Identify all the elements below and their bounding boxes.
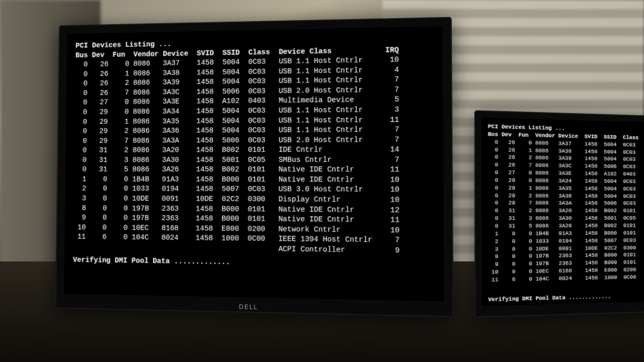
primary-monitor: PCI Devices Listing ...Bus Dev Fun Vendo… xyxy=(55,17,454,317)
bios-device-row: 0 31 3 8086 3A30 1458 5001 0C05 SMBus Cn… xyxy=(488,215,644,222)
bios-screen-secondary: PCI Devices Listing ...Bus Dev Fun Vendo… xyxy=(481,118,644,306)
bios-device-row: 0 29 7 8086 3A3A 1458 5006 0C03 USB 2.0 … xyxy=(74,135,434,146)
secondary-monitor: PCI Devices Listing ...Bus Dev Fun Vendo… xyxy=(474,110,644,318)
bios-device-row: 0 31 5 8086 3A26 1458 B002 0101 Native I… xyxy=(488,222,644,230)
monitor-brand-logo: DELL xyxy=(239,303,258,311)
bios-screen-primary: PCI Devices Listing ...Bus Dev Fun Vendo… xyxy=(64,26,444,301)
bios-device-row: 0 29 2 8086 3A36 1458 5004 0C03 USB 1.1 … xyxy=(488,192,644,200)
bios-device-row: 1 0 0 1B4B 91A3 1458 B000 0101 Native ID… xyxy=(488,229,644,238)
bios-device-row: 0 29 2 8086 3A36 1458 5004 0C03 USB 1.1 … xyxy=(74,125,434,136)
bios-device-row: 0 29 7 8086 3A3A 1458 5006 0C03 USB 2.0 … xyxy=(488,200,644,208)
bios-device-row: 0 31 3 8086 3A30 1458 5001 0C05 SMBus Cn… xyxy=(74,155,434,165)
bios-device-row: 0 31 5 8086 3A26 1458 B002 0101 Native I… xyxy=(74,165,434,175)
bios-verifying-dmi: Verifying DMI Pool Data ............. xyxy=(488,292,644,304)
photo-scene: PCI Devices Listing ...Bus Dev Fun Vendo… xyxy=(0,0,644,362)
bios-device-row: 1 0 0 1B4B 91A3 1458 B000 0101 Native ID… xyxy=(74,174,434,185)
bios-device-row: 0 31 2 8086 3A20 1458 B002 0101 IDE Cntr… xyxy=(74,145,434,155)
bios-device-row: 0 31 2 8086 3A20 1458 B002 0101 IDE Cntr… xyxy=(488,207,644,215)
bios-verifying-dmi: Verifying DMI Pool Data ............. xyxy=(73,255,434,270)
bios-device-row: 0 29 1 8086 3A35 1458 5004 0C03 USB 1.1 … xyxy=(488,184,644,193)
